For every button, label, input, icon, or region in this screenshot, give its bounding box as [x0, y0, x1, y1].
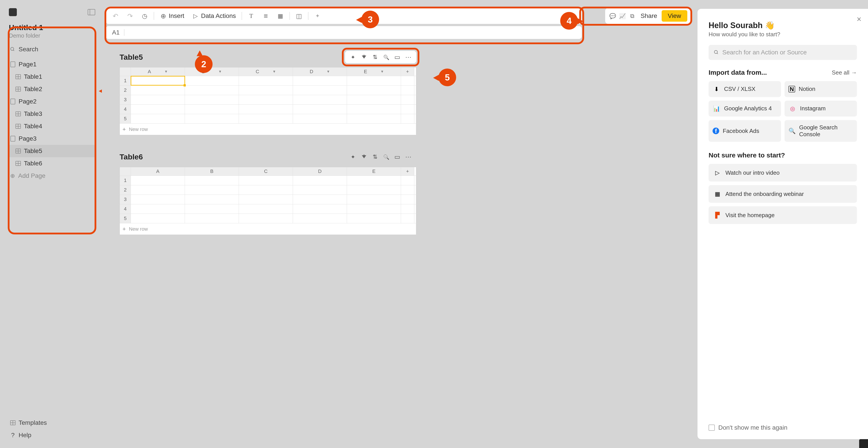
- cell[interactable]: [239, 204, 293, 214]
- cell[interactable]: [293, 185, 347, 195]
- dont-show-checkbox[interactable]: Don't show me this again: [709, 424, 787, 431]
- column-header-a[interactable]: A▼: [131, 67, 185, 76]
- cell[interactable]: [401, 76, 414, 85]
- row-header[interactable]: 1: [120, 176, 131, 185]
- table-search-button[interactable]: [383, 153, 390, 160]
- cell[interactable]: [239, 185, 293, 195]
- cell[interactable]: [347, 176, 401, 185]
- cell[interactable]: [347, 214, 401, 223]
- new-row-button[interactable]: +New row: [120, 223, 416, 235]
- cell[interactable]: [239, 85, 293, 95]
- cell[interactable]: [401, 95, 414, 104]
- column-header-a[interactable]: A: [131, 167, 185, 176]
- row-header[interactable]: 5: [120, 114, 131, 124]
- close-panel-button[interactable]: ×: [857, 14, 861, 24]
- cell[interactable]: [239, 195, 293, 204]
- cell[interactable]: [293, 76, 347, 85]
- intro-video-button[interactable]: ▷Watch our intro video: [709, 164, 857, 181]
- cell[interactable]: [401, 176, 414, 185]
- cell[interactable]: [293, 85, 347, 95]
- row-header[interactable]: 2: [120, 85, 131, 95]
- cell[interactable]: [401, 105, 414, 114]
- sort-button[interactable]: [372, 153, 379, 160]
- panel-search[interactable]: Search for an Action or Source: [709, 45, 857, 60]
- filter-button[interactable]: [361, 153, 368, 160]
- column-header-b[interactable]: B▼: [185, 67, 239, 76]
- table-search-button[interactable]: [383, 54, 390, 61]
- cell[interactable]: [131, 204, 185, 214]
- cell[interactable]: [239, 114, 293, 124]
- cell[interactable]: [131, 185, 185, 195]
- app-logo[interactable]: [9, 8, 17, 16]
- cell[interactable]: [239, 105, 293, 114]
- cell[interactable]: [239, 95, 293, 104]
- cell[interactable]: [185, 85, 239, 95]
- row-header[interactable]: 1: [120, 76, 131, 85]
- cell[interactable]: [185, 114, 239, 124]
- column-header-d[interactable]: D▼: [293, 67, 347, 76]
- cell[interactable]: [347, 185, 401, 195]
- cell[interactable]: [347, 204, 401, 214]
- row-header[interactable]: 4: [120, 105, 131, 114]
- cell[interactable]: [131, 85, 185, 95]
- select-all-corner[interactable]: [120, 167, 131, 176]
- source-gsc[interactable]: 🔍Google Search Console: [784, 120, 857, 142]
- ai-action-button[interactable]: [349, 153, 356, 160]
- cell[interactable]: [185, 176, 239, 185]
- row-header[interactable]: 3: [120, 195, 131, 204]
- row-header[interactable]: 3: [120, 95, 131, 104]
- cell[interactable]: [401, 195, 414, 204]
- cell[interactable]: [293, 176, 347, 185]
- table-title[interactable]: Table5: [120, 53, 143, 62]
- select-all-corner[interactable]: [120, 67, 131, 76]
- cell[interactable]: [131, 195, 185, 204]
- row-header[interactable]: 4: [120, 204, 131, 214]
- add-column-button[interactable]: +: [401, 167, 414, 176]
- source-ga4[interactable]: 📊Google Analytics 4: [709, 101, 781, 116]
- sidebar-toggle-icon[interactable]: [88, 9, 95, 15]
- cell[interactable]: [185, 95, 239, 104]
- templates-button[interactable]: Templates: [9, 417, 95, 429]
- cell[interactable]: [293, 114, 347, 124]
- column-header-e[interactable]: E▼: [347, 67, 401, 76]
- row-header[interactable]: 2: [120, 185, 131, 195]
- cell[interactable]: [131, 176, 185, 185]
- cell[interactable]: [185, 195, 239, 204]
- add-column-button[interactable]: +: [401, 67, 414, 76]
- cell[interactable]: [401, 214, 414, 223]
- help-button[interactable]: ? Help: [9, 429, 95, 441]
- cell[interactable]: [185, 204, 239, 214]
- source-csv[interactable]: ⬇CSV / XLSX: [709, 81, 781, 97]
- cell[interactable]: [401, 114, 414, 124]
- cell[interactable]: [347, 114, 401, 124]
- source-instagram[interactable]: ◎Instagram: [784, 101, 857, 116]
- table-title[interactable]: Table6: [120, 152, 143, 161]
- cell[interactable]: [131, 114, 185, 124]
- column-header-b[interactable]: B: [185, 167, 239, 176]
- cell[interactable]: [239, 76, 293, 85]
- webinar-button[interactable]: ▦Attend the onboarding webinar: [709, 185, 857, 203]
- cell[interactable]: [239, 214, 293, 223]
- source-notion[interactable]: NNotion: [784, 81, 857, 97]
- resize-handle[interactable]: [859, 439, 868, 448]
- cell[interactable]: [293, 105, 347, 114]
- cell-a1[interactable]: [131, 76, 185, 85]
- cell[interactable]: [347, 95, 401, 104]
- column-header-e[interactable]: E: [347, 167, 401, 176]
- column-header-c[interactable]: C: [239, 167, 293, 176]
- cell[interactable]: [131, 105, 185, 114]
- table-more-button[interactable]: [405, 153, 412, 160]
- cell[interactable]: [347, 105, 401, 114]
- cell[interactable]: [239, 176, 293, 185]
- cell[interactable]: [293, 204, 347, 214]
- cell[interactable]: [185, 76, 239, 85]
- cell[interactable]: [185, 185, 239, 195]
- cell[interactable]: [401, 204, 414, 214]
- cell[interactable]: [293, 214, 347, 223]
- cell[interactable]: [131, 214, 185, 223]
- new-row-button[interactable]: +New row: [120, 124, 416, 135]
- homepage-button[interactable]: ▛Visit the homepage: [709, 206, 857, 224]
- cell[interactable]: [185, 214, 239, 223]
- cell[interactable]: [347, 76, 401, 85]
- cell[interactable]: [293, 95, 347, 104]
